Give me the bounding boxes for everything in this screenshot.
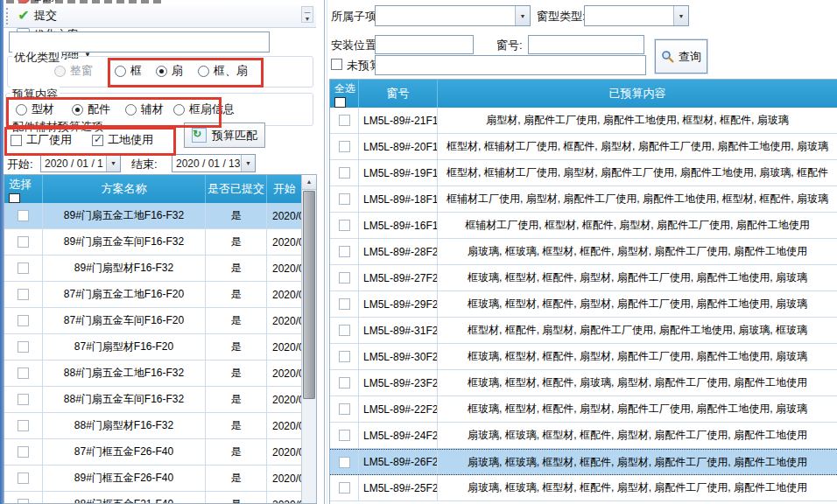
budgeted-content-cell[interactable]: 框玻璃, 框型材, 框配件, 扇型材, 扇配件工厂使用, 扇配件工地使用, 扇玻…: [438, 344, 837, 369]
scheme-name-cell[interactable]: 87#门扇五金工地F16-F20: [43, 282, 206, 307]
row-select-cell[interactable]: [330, 318, 359, 343]
start-date-cell[interactable]: 2020/0: [267, 387, 303, 412]
scheme-name-cell[interactable]: 88#门扇型材F16-F32: [43, 413, 206, 438]
row-select-cell[interactable]: [330, 423, 359, 448]
row-select-cell[interactable]: [4, 229, 43, 255]
submitted-cell[interactable]: 是: [206, 334, 267, 360]
submit-button[interactable]: ✔提交: [12, 6, 61, 25]
scheme-row[interactable]: 89#门扇型材F16-F32是2020/0: [4, 256, 303, 282]
budgeted-content-cell[interactable]: 框型材, 框辅材工厂使用, 框配件, 扇型材, 扇配件工厂使用, 扇配件工地使用…: [438, 134, 837, 159]
budget-match-button[interactable]: 预算匹配: [184, 122, 265, 148]
start-date-cell[interactable]: 2020/0: [267, 439, 303, 465]
submitted-cell[interactable]: 是: [206, 308, 267, 333]
window-no-cell[interactable]: LM5L-89#-26F24: [359, 450, 438, 474]
select-all-checkbox[interactable]: [334, 97, 346, 108]
submitted-cell[interactable]: 是: [206, 360, 267, 386]
row-select-cell[interactable]: [4, 334, 43, 360]
window-no-cell[interactable]: LM5L-89#-19F17: [359, 160, 438, 186]
row-checkbox[interactable]: [339, 272, 350, 284]
row-checkbox[interactable]: [339, 141, 350, 152]
scheme-row[interactable]: 87#门扇型材F16-F20是2020/0: [4, 334, 303, 360]
submitted-cell[interactable]: 是: [206, 229, 267, 255]
window-no-cell[interactable]: LM5L-89#-31F29: [359, 318, 438, 343]
submitted-cell[interactable]: 是: [206, 492, 267, 504]
scheme-row[interactable]: 87#门框五金F26-F40是2020/0: [4, 439, 303, 466]
row-checkbox[interactable]: [18, 210, 29, 221]
unbudgeted-checkbox[interactable]: [331, 59, 342, 70]
scheme-name-cell[interactable]: 87#门扇五金车间F16-F20: [43, 308, 206, 333]
budget-row[interactable]: LM5L-89#-26F24扇玻璃, 框玻璃, 框型材, 框配件, 扇型材, 扇…: [330, 449, 837, 475]
row-select-cell[interactable]: [330, 344, 359, 369]
header-scheme-name[interactable]: 方案名称: [43, 175, 206, 203]
scheme-row[interactable]: 88#门扇型材F16-F32是2020/0: [4, 413, 303, 439]
start-date-cell[interactable]: 2020/0: [267, 360, 303, 386]
window-no-input[interactable]: [528, 35, 644, 54]
row-select-cell[interactable]: [330, 134, 359, 159]
row-select-cell[interactable]: [4, 413, 43, 438]
row-select-cell[interactable]: [330, 186, 359, 212]
budgeted-content-cell[interactable]: 框玻璃, 框型材, 框配件, 扇型材, 扇配件工厂使用, 扇配件工地使用, 扇玻…: [438, 396, 837, 422]
row-select-cell[interactable]: [330, 370, 359, 396]
window-no-cell[interactable]: LM5L-89#-27F25: [359, 265, 438, 290]
scheme-row[interactable]: 89#门框五金F26-F40是2020/0: [4, 466, 303, 492]
budget-row[interactable]: LM5L-89#-16F15框辅材工厂使用, 框型材, 框配件, 扇型材, 扇配…: [330, 213, 837, 239]
scheme-name-cell[interactable]: 88#门扇五金工地F16-F32: [43, 360, 206, 386]
start-date-cell[interactable]: 2020/0: [267, 203, 303, 228]
budget-row[interactable]: LM5L-89#-23F21框玻璃, 框型材, 框配件, 扇玻璃, 扇型材, 扇…: [330, 370, 837, 396]
window-no-cell[interactable]: LM5L-89#-24F22: [359, 423, 438, 448]
row-checkbox[interactable]: [339, 482, 350, 494]
row-checkbox[interactable]: [339, 325, 350, 336]
budgeted-content-cell[interactable]: 扇玻璃, 框玻璃, 框型材, 框配件, 扇型材, 扇配件工厂使用, 扇配件工地使…: [438, 423, 837, 448]
scheme-name-cell[interactable]: 89#门扇五金工地F16-F32: [43, 203, 206, 228]
window-no-cell[interactable]: LM5L-89#-16F15: [359, 213, 438, 238]
budget-row[interactable]: LM5L-89#-25F23扇玻璃, 框玻璃, 框型材, 框配件, 扇型材, 扇…: [330, 475, 837, 501]
row-select-cell[interactable]: [330, 213, 359, 238]
start-date-cell[interactable]: 2020/0: [267, 282, 303, 307]
submitted-cell[interactable]: 是: [206, 282, 267, 307]
budget-row[interactable]: LM5L-89#-30F28框玻璃, 框型材, 框配件, 扇型材, 扇配件工厂使…: [330, 344, 837, 370]
row-select-cell[interactable]: [4, 439, 43, 465]
row-checkbox[interactable]: [339, 351, 350, 362]
submitted-cell[interactable]: 是: [206, 439, 267, 465]
scheme-row[interactable]: 88#门框五金F21-F40是2020/0: [4, 492, 303, 504]
row-checkbox[interactable]: [18, 289, 29, 300]
budgeted-content-cell[interactable]: 框玻璃, 框型材, 框配件, 扇玻璃, 扇型材, 扇配件工厂使用, 扇配件工地使…: [438, 370, 837, 396]
row-select-cell[interactable]: [4, 360, 43, 386]
scheme-table-scrollbar[interactable]: ▲: [301, 175, 316, 503]
row-checkbox[interactable]: [339, 377, 350, 388]
row-checkbox[interactable]: [18, 262, 29, 274]
row-select-cell[interactable]: [330, 396, 359, 422]
start-date-cell[interactable]: 2020/0: [267, 492, 303, 504]
radio-框[interactable]: 框: [115, 63, 142, 79]
panel-splitter[interactable]: [324, 0, 325, 504]
row-checkbox[interactable]: [18, 446, 29, 458]
toolbar-overflow-button[interactable]: —▼: [301, 6, 313, 23]
row-checkbox[interactable]: [339, 403, 350, 415]
budgeted-content-cell[interactable]: 扇玻璃, 框玻璃, 框型材, 框配件, 扇型材, 扇配件工厂使用, 扇配件工地使…: [438, 450, 837, 474]
start-date-cell[interactable]: 2020/0: [267, 466, 303, 491]
header-window-no[interactable]: 窗号: [359, 80, 438, 108]
row-select-cell[interactable]: [4, 466, 43, 491]
start-date-cell[interactable]: 2020/0: [267, 413, 303, 438]
row-select-cell[interactable]: [330, 265, 359, 290]
window-no-cell[interactable]: LM5L-89#-25F23: [359, 475, 438, 500]
date-end-dropdown-icon[interactable]: ▼: [241, 155, 255, 172]
scheme-name-cell[interactable]: 89#门扇五金车间F16-F32: [43, 229, 206, 255]
scheme-row[interactable]: 87#门扇五金工地F16-F20是2020/0: [4, 282, 303, 308]
row-checkbox[interactable]: [18, 368, 29, 379]
window-no-cell[interactable]: LM5L-89#-28F26: [359, 239, 438, 264]
budget-row[interactable]: LM5L-89#-31F29框型材, 框配件, 扇型材, 扇配件工厂使用, 扇配…: [330, 318, 837, 344]
budget-row[interactable]: LM5L-89#-19F17框型材, 框辅材工厂使用, 扇型材, 扇配件工厂使用…: [330, 160, 837, 186]
budget-row[interactable]: LM5L-89#-21F19扇型材, 扇配件工厂使用, 扇配件工地使用, 框型材…: [330, 108, 837, 134]
budgeted-content-cell[interactable]: 框型材, 框辅材工厂使用, 扇型材, 扇配件工厂使用, 扇配件工地使用, 扇玻璃…: [438, 160, 837, 186]
row-select-cell[interactable]: [330, 160, 359, 186]
scheme-name-cell[interactable]: 89#门扇型材F16-F32: [43, 256, 206, 281]
budget-row[interactable]: LM5L-89#-18F16框辅材工厂使用, 扇型材, 扇配件工厂使用, 扇配件…: [330, 186, 837, 213]
window-no-cell[interactable]: LM5L-89#-23F21: [359, 370, 438, 396]
scheme-row[interactable]: 88#门扇五金车间F16-F32是2020/0: [4, 387, 303, 413]
row-checkbox[interactable]: [339, 298, 350, 310]
radio-扇[interactable]: 扇: [156, 63, 183, 79]
row-checkbox[interactable]: [18, 499, 29, 504]
start-date-cell[interactable]: 2020/0: [267, 256, 303, 281]
row-select-cell[interactable]: [330, 291, 359, 317]
